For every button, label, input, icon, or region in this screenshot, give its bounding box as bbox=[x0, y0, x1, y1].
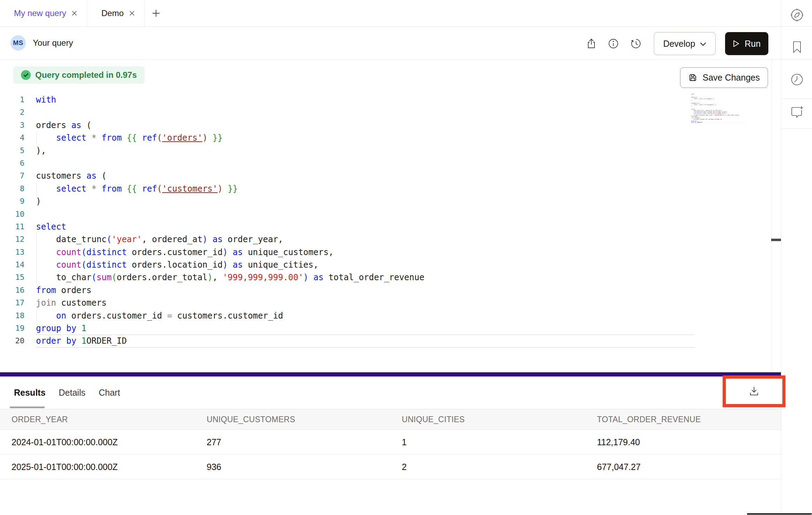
active-tab-underline bbox=[10, 406, 45, 408]
line-number[interactable]: 4 bbox=[0, 132, 24, 144]
table-row: 2024-01-01T00:00:00.000Z 277 1 112,179.4… bbox=[0, 430, 781, 455]
code-line[interactable]: 9) bbox=[0, 195, 695, 208]
check-circle-icon bbox=[21, 70, 31, 80]
code-text: from orders bbox=[36, 284, 91, 297]
line-number[interactable]: 13 bbox=[0, 246, 24, 259]
tab-my-new-query[interactable]: My new query bbox=[0, 0, 87, 27]
line-number[interactable]: 17 bbox=[0, 297, 24, 309]
clock-icon[interactable] bbox=[781, 72, 812, 88]
line-number[interactable]: 9 bbox=[0, 195, 24, 208]
code-line[interactable]: 19group by 1 bbox=[0, 322, 695, 335]
info-icon[interactable] bbox=[607, 38, 619, 50]
line-number[interactable]: 2 bbox=[0, 106, 24, 119]
new-tab-button[interactable] bbox=[145, 0, 167, 27]
line-number[interactable]: 8 bbox=[0, 182, 24, 195]
line-number[interactable]: 3 bbox=[0, 119, 24, 132]
cell-unique-cities: 1 bbox=[390, 430, 585, 454]
code-text: to_char(sum(orders.order_total), '999,99… bbox=[36, 271, 425, 284]
develop-dropdown[interactable]: Develop bbox=[654, 32, 716, 55]
code-line[interactable]: 13 count(distinct orders.customer_id) as… bbox=[0, 246, 695, 259]
code-line[interactable]: 4 select * from {{ ref('orders') }} bbox=[0, 132, 695, 144]
code-text: count(distinct orders.location_id) as un… bbox=[36, 259, 318, 271]
code-line[interactable]: 5), bbox=[0, 144, 695, 157]
code-line[interactable]: 1with bbox=[0, 94, 695, 106]
compass-icon[interactable] bbox=[781, 7, 812, 23]
code-line[interactable]: 12 date_trunc('year', ordered_at) as ord… bbox=[0, 233, 695, 246]
window-corner-artifact bbox=[747, 513, 812, 515]
line-number[interactable]: 11 bbox=[0, 221, 24, 233]
code-line[interactable]: 16from orders bbox=[0, 284, 695, 297]
code-line[interactable]: 20order by 1ORDER_ID bbox=[0, 335, 695, 347]
minimap-content: withorders as ( select * from {{ ref('or… bbox=[690, 94, 746, 123]
editor-scrollbar[interactable] bbox=[771, 59, 781, 372]
code-text: on orders.customer_id = customers.custom… bbox=[36, 309, 283, 322]
status-message: Query completed in 0.97s bbox=[35, 70, 137, 80]
run-button[interactable]: Run bbox=[725, 32, 768, 55]
tab-demo[interactable]: Demo bbox=[87, 0, 145, 27]
line-number[interactable]: 19 bbox=[0, 322, 24, 335]
tab-details[interactable]: Details bbox=[59, 388, 85, 398]
code-line[interactable]: 18 on orders.customer_id = customers.cus… bbox=[0, 309, 695, 322]
line-number[interactable]: 5 bbox=[0, 144, 24, 157]
column-header: ORDER_YEAR bbox=[0, 409, 195, 430]
results-table-header: ORDER_YEAR UNIQUE_CUSTOMERS UNIQUE_CITIE… bbox=[0, 409, 781, 430]
save-changes-button[interactable]: Save Changes bbox=[680, 67, 768, 88]
chat-sparkle-icon[interactable] bbox=[781, 104, 812, 120]
tab-results[interactable]: Results bbox=[14, 388, 45, 398]
save-changes-label: Save Changes bbox=[702, 73, 760, 83]
code-text: select bbox=[36, 221, 66, 233]
code-line[interactable]: 14 count(distinct orders.location_id) as… bbox=[0, 259, 695, 271]
share-icon[interactable] bbox=[585, 38, 597, 50]
line-number[interactable]: 12 bbox=[0, 233, 24, 246]
line-number[interactable]: 15 bbox=[0, 271, 24, 284]
query-status-badge: Query completed in 0.97s bbox=[13, 66, 145, 84]
close-icon[interactable] bbox=[128, 10, 135, 17]
develop-label: Develop bbox=[663, 39, 695, 49]
code-line[interactable]: 2 bbox=[0, 106, 695, 119]
bookmark-icon[interactable] bbox=[781, 39, 812, 55]
editor-scrollbar-thumb[interactable] bbox=[771, 239, 781, 241]
line-number[interactable]: 14 bbox=[0, 259, 24, 271]
line-number[interactable]: 6 bbox=[0, 157, 24, 170]
cell-order-year: 2024-01-01T00:00:00.000Z bbox=[0, 430, 195, 454]
code-line[interactable]: 10 bbox=[0, 208, 695, 221]
code-line[interactable]: 6 bbox=[0, 157, 695, 170]
code-text: ) bbox=[36, 195, 41, 208]
code-text: group by 1 bbox=[36, 322, 87, 335]
chevron-down-icon bbox=[700, 42, 706, 46]
close-icon[interactable] bbox=[71, 10, 78, 17]
tab-chart[interactable]: Chart bbox=[99, 388, 120, 398]
line-number[interactable]: 18 bbox=[0, 309, 24, 322]
code-text: count(distinct orders.customer_id) as un… bbox=[36, 246, 334, 259]
panel-divider[interactable] bbox=[0, 372, 781, 376]
cell-order-year: 2025-01-01T00:00:00.000Z bbox=[0, 455, 195, 479]
code-line[interactable]: 7customers as ( bbox=[0, 170, 695, 182]
cell-unique-customers: 936 bbox=[195, 455, 390, 479]
table-row: 2025-01-01T00:00:00.000Z 936 2 677,047.2… bbox=[0, 455, 781, 479]
plus-icon bbox=[152, 9, 160, 17]
right-icon-sidebar bbox=[781, 0, 812, 515]
code-line[interactable]: 3orders as ( bbox=[0, 119, 695, 132]
code-line[interactable]: 8 select * from {{ ref('customers') }} bbox=[0, 182, 695, 195]
code-text: order by 1ORDER_ID bbox=[691, 122, 702, 123]
play-icon bbox=[733, 40, 740, 47]
code-line[interactable]: 15 to_char(sum(orders.order_total), '999… bbox=[0, 271, 695, 284]
editor-minimap[interactable]: withorders as ( select * from {{ ref('or… bbox=[690, 94, 746, 125]
tab-label: Demo bbox=[101, 8, 124, 18]
line-number[interactable]: 16 bbox=[0, 284, 24, 297]
column-header: UNIQUE_CUSTOMERS bbox=[195, 409, 390, 430]
code-line[interactable]: 17join customers bbox=[0, 297, 695, 309]
column-header: UNIQUE_CITIES bbox=[390, 409, 585, 430]
code-text: select * from {{ ref('customers') }} bbox=[36, 182, 238, 195]
line-number[interactable]: 10 bbox=[0, 208, 24, 221]
sql-editor[interactable]: 1with23orders as (4 select * from {{ ref… bbox=[0, 94, 695, 348]
annotation-highlight bbox=[723, 375, 785, 407]
cell-unique-customers: 277 bbox=[195, 430, 390, 454]
line-number[interactable]: 7 bbox=[0, 170, 24, 182]
download-results-button[interactable] bbox=[748, 386, 760, 397]
line-number[interactable]: 1 bbox=[0, 94, 24, 106]
results-tab-bar: Results Details Chart bbox=[0, 376, 781, 409]
line-number[interactable]: 20 bbox=[0, 335, 24, 347]
code-line[interactable]: 11select bbox=[0, 221, 695, 233]
history-icon[interactable] bbox=[630, 38, 642, 50]
